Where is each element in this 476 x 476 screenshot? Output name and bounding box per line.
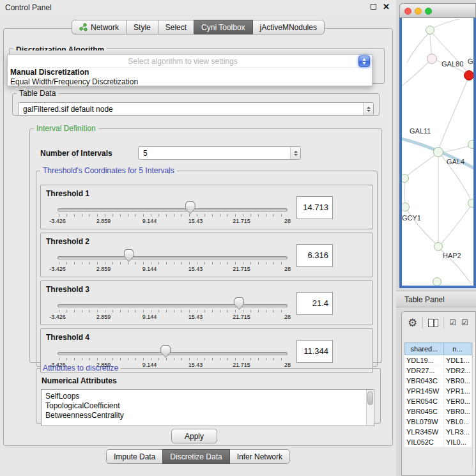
table-cell[interactable]: YDR2... bbox=[444, 365, 472, 376]
table-row[interactable]: YDL19... YDL1... bbox=[404, 355, 472, 365]
table-cell[interactable]: YBL079W bbox=[404, 417, 444, 427]
table-row[interactable]: YDR27... YDR2... bbox=[404, 365, 472, 376]
table-cell[interactable]: YIL0... bbox=[444, 437, 472, 447]
table-cell[interactable]: YDL1... bbox=[444, 355, 472, 365]
list-item[interactable]: SelfLoops bbox=[42, 392, 374, 401]
threshold-2-slider[interactable]: -3.426 2.859 9.144 15.43 21.715 28 bbox=[58, 247, 288, 275]
scrollbar-thumb[interactable] bbox=[367, 391, 373, 405]
close-icon[interactable]: ✕ bbox=[383, 3, 390, 10]
minimize-traffic-light[interactable] bbox=[415, 8, 422, 15]
table-row[interactable]: YBR043C YBR0... bbox=[404, 376, 472, 386]
tick-label: -3.426 bbox=[49, 218, 66, 224]
tab-impute-data[interactable]: Impute Data bbox=[106, 449, 163, 464]
algorithm-dropdown: Select algorithm to view settings Manual… bbox=[7, 54, 372, 86]
checkbox-icon[interactable]: ☑ bbox=[449, 318, 456, 327]
tab-discretize-data[interactable]: Discretize Data bbox=[162, 449, 229, 464]
threshold-3-value-field[interactable]: 21.4 bbox=[296, 292, 333, 315]
number-of-intervals-combobox[interactable]: 5 bbox=[138, 146, 301, 160]
tab-infer-network[interactable]: Infer Network bbox=[229, 449, 290, 464]
table-row[interactable]: YBR045C YBR0... bbox=[404, 406, 472, 417]
table-cell[interactable]: YER0... bbox=[444, 396, 472, 406]
tab-label: Select bbox=[165, 23, 187, 32]
algorithm-combobox[interactable]: Select algorithm to view settings bbox=[8, 55, 372, 68]
table-cell[interactable]: YLR3... bbox=[444, 427, 472, 437]
table-row[interactable]: YIL052C YIL0... bbox=[404, 437, 472, 447]
apply-button[interactable]: Apply bbox=[171, 429, 217, 443]
table-row[interactable]: YER054C YER0... bbox=[404, 396, 472, 406]
table-row[interactable]: YPR145W YPR1... bbox=[404, 386, 472, 396]
table-header-row: shared... n... bbox=[404, 342, 472, 355]
tab-cyni-toolbox[interactable]: Cyni Toolbox bbox=[194, 20, 252, 35]
network-canvas[interactable]: GAL80 GA GAL11 GAL4 GCY1 HAP2 bbox=[402, 18, 473, 286]
tab-label: jActiveMNodules bbox=[260, 23, 317, 32]
table-data-combobox[interactable]: galFiltered.sif default node bbox=[18, 102, 374, 116]
threshold-4-value-field[interactable]: 11.344 bbox=[296, 340, 333, 363]
tick-label: 9.144 bbox=[142, 218, 157, 224]
table-cell[interactable]: YBR0... bbox=[444, 406, 472, 417]
table-vertical-scrollbar[interactable] bbox=[472, 342, 476, 468]
table-row[interactable]: YBL079W YBL0... bbox=[404, 417, 472, 427]
network-node[interactable] bbox=[468, 140, 473, 149]
network-window-titlebar[interactable] bbox=[399, 3, 476, 18]
threshold-3-slider-thumb[interactable] bbox=[234, 297, 244, 310]
dropdown-option-manual-discretization[interactable]: Manual Discretization bbox=[8, 68, 372, 77]
table-cell[interactable]: YER054C bbox=[404, 396, 444, 406]
tab-network[interactable]: Network bbox=[72, 20, 127, 35]
tab-label: Network bbox=[91, 23, 119, 32]
table-cell[interactable]: YLR345W bbox=[404, 427, 444, 437]
combobox-stepper-button[interactable] bbox=[358, 56, 370, 67]
threshold-3-label: Threshold 3 bbox=[46, 285, 89, 294]
gear-icon[interactable]: ⚙ bbox=[408, 318, 417, 328]
combobox-stepper[interactable] bbox=[290, 147, 300, 159]
threshold-3-slider[interactable]: -3.426 2.859 9.144 15.43 21.715 28 bbox=[58, 295, 288, 323]
threshold-2-value-field[interactable]: 6.316 bbox=[296, 244, 333, 267]
table-cell[interactable]: YPR145W bbox=[404, 386, 444, 396]
list-item[interactable]: BetweennessCentrality bbox=[42, 411, 374, 420]
tick-label: 2.859 bbox=[96, 314, 111, 320]
dropdown-option-equal-width-frequency[interactable]: Equal Width/Frequency Discretization bbox=[8, 77, 372, 87]
network-node[interactable] bbox=[433, 277, 441, 286]
list-vertical-scrollbar[interactable] bbox=[366, 390, 374, 426]
tick-label: 15.43 bbox=[188, 218, 203, 224]
threshold-1-value-field[interactable]: 14.713 bbox=[296, 196, 333, 219]
close-traffic-light[interactable] bbox=[404, 8, 411, 15]
threshold-2-slider-thumb[interactable] bbox=[124, 249, 134, 262]
table-cell[interactable]: YPR1... bbox=[444, 386, 472, 396]
tab-jactivemnodules[interactable]: jActiveMNodules bbox=[252, 20, 325, 35]
slider-tick-marks bbox=[59, 214, 287, 217]
table-cell[interactable]: YDL19... bbox=[404, 355, 444, 365]
network-node-gal80[interactable] bbox=[427, 54, 437, 64]
table-cell[interactable]: YBR0... bbox=[444, 376, 472, 386]
table-cell[interactable]: YIL052C bbox=[404, 437, 444, 447]
tick-label: 28 bbox=[284, 218, 291, 224]
network-node-gal4[interactable] bbox=[433, 147, 443, 157]
tab-style[interactable]: Style bbox=[126, 20, 158, 35]
threshold-1-slider[interactable]: -3.426 2.859 9.144 15.43 21.715 28 bbox=[58, 199, 288, 227]
network-node[interactable] bbox=[426, 26, 434, 35]
threshold-1-slider-thumb[interactable] bbox=[185, 201, 196, 214]
threshold-4-slider-thumb[interactable] bbox=[160, 345, 171, 358]
numerical-attributes-list[interactable]: SelfLoops TopologicalCoefficient Between… bbox=[41, 389, 374, 426]
node-label-clipped: GA bbox=[468, 58, 473, 65]
cyni-bottom-tab-bar: Impute Data Discretize Data Infer Networ… bbox=[0, 449, 396, 464]
table-row[interactable]: YLR345W YLR3... bbox=[404, 427, 472, 437]
table-cell[interactable]: YDR27... bbox=[404, 365, 444, 376]
float-window-icon[interactable] bbox=[371, 4, 376, 10]
network-node-hap2[interactable] bbox=[434, 242, 443, 251]
column-header-name[interactable]: n... bbox=[443, 342, 472, 355]
combobox-stepper[interactable] bbox=[363, 103, 373, 115]
table-cell[interactable]: YBL0... bbox=[444, 417, 472, 427]
network-node[interactable] bbox=[468, 199, 473, 208]
tab-select[interactable]: Select bbox=[158, 20, 194, 35]
checkbox-icon[interactable]: ☑ bbox=[461, 318, 468, 327]
column-header-shared-name[interactable]: shared... bbox=[404, 342, 444, 355]
network-node-selected-red[interactable] bbox=[464, 70, 473, 81]
attributes-to-discretize-title: Attributes to discretize bbox=[40, 364, 121, 372]
tick-label: 28 bbox=[284, 314, 291, 320]
table-cell[interactable]: YBR043C bbox=[404, 376, 444, 386]
table-cell[interactable]: YBR045C bbox=[404, 406, 444, 417]
zoom-traffic-light[interactable] bbox=[425, 8, 432, 15]
list-item[interactable]: TopologicalCoefficient bbox=[42, 401, 374, 411]
table-columns-icon[interactable] bbox=[428, 319, 438, 327]
node-label-gal11: GAL11 bbox=[410, 127, 431, 135]
